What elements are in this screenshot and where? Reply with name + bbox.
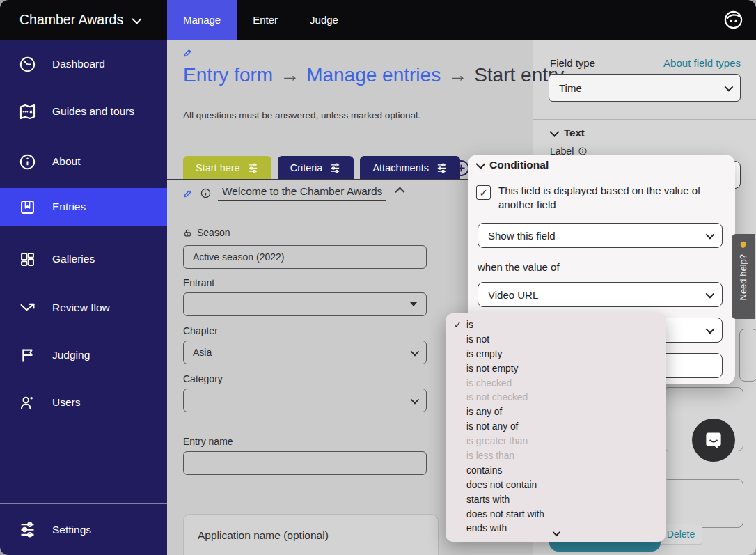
operator-option-is-not-empty[interactable]: is not empty [446, 361, 666, 376]
workspace-switcher[interactable]: Chamber Awards [19, 0, 139, 40]
tab-attachments[interactable]: Attachments [360, 156, 460, 180]
scroll-more-indicator[interactable] [446, 526, 666, 539]
tab-start-here[interactable]: Start here [183, 156, 271, 180]
breadcrumb-link-manage-entries[interactable]: Manage entries [306, 64, 441, 86]
operator-option-label: is greater than [466, 436, 528, 446]
sidebar-item-label: About [52, 155, 81, 168]
chevron-down-icon [706, 230, 715, 239]
tab-label: Attachments [372, 162, 429, 173]
sidebar-item-label: Dashboard [52, 58, 105, 70]
sidebar-item-entries[interactable]: Entries [0, 188, 167, 226]
field-type-select[interactable]: Time [549, 74, 741, 102]
about-field-types-link[interactable]: About field types [663, 57, 741, 69]
top-nav-enter[interactable]: Enter [237, 0, 294, 40]
delete-button[interactable]: Delete [659, 524, 702, 545]
breadcrumb-link-entry-form[interactable]: Entry form [183, 64, 273, 86]
operator-option-label: contains [466, 465, 502, 476]
operator-option-is-empty[interactable]: is empty [446, 347, 666, 361]
chapter-select[interactable]: Asia [183, 341, 427, 364]
operator-option-does-not-contain[interactable]: does not contain [446, 478, 666, 492]
entrant-combobox[interactable] [183, 292, 427, 316]
section-header: Welcome to the Chamber Awards [183, 185, 402, 201]
sidebar-item-dashboard[interactable]: Dashboard [0, 45, 167, 83]
top-nav-judge[interactable]: Judge [294, 0, 354, 40]
conditional-field-select[interactable]: Video URL [478, 282, 723, 307]
sidebar-item-settings[interactable]: Settings [0, 503, 167, 555]
sidebar-item-users[interactable]: Users [0, 384, 167, 421]
operator-option-label: starts with [466, 494, 510, 505]
app-window: Chamber Awards ManageEnterJudge Settings… [0, 0, 756, 555]
operator-option-label: is checked [466, 378, 512, 389]
operator-option-does-not-start-with[interactable]: does not start with [446, 507, 666, 522]
checkmark-icon: ✓ [479, 187, 488, 199]
operator-option-label: is less than [466, 451, 514, 461]
tab-label: Criteria [290, 162, 323, 173]
sidebar-item-label: Galleries [52, 253, 95, 265]
chevron-down-icon [475, 159, 485, 169]
top-bar: Chamber Awards ManageEnterJudge [0, 0, 756, 40]
grid-icon [18, 250, 37, 269]
sidebar: Settings DashboardGuides and toursAboutE… [0, 40, 167, 555]
conditional-checkbox-label: This field is displayed based on the val… [498, 184, 723, 212]
category-label: Category [183, 373, 223, 384]
chevron-down-icon [706, 325, 715, 334]
chevron-down-icon [411, 395, 420, 404]
chevron-down-icon [706, 289, 715, 298]
category-select[interactable] [183, 389, 427, 412]
conditional-action-select[interactable]: Show this field [478, 223, 723, 248]
sidebar-item-judging[interactable]: Judging [0, 336, 167, 374]
sliders-icon [329, 162, 341, 174]
checkmark-icon: ✓ [454, 320, 466, 330]
operator-option-label: is not checked [466, 392, 528, 402]
conditional-section-header[interactable]: Conditional [476, 159, 549, 171]
sidebar-item-review-flow[interactable]: Review flow [0, 289, 167, 327]
need-help-tab[interactable]: Need help? [732, 234, 755, 319]
breadcrumb-arrow: → [448, 64, 467, 86]
sliders-icon [18, 520, 37, 539]
page-title: Entry form→Manage entries→Start entry [183, 64, 564, 86]
operator-option-is[interactable]: ✓is [446, 318, 666, 332]
panel-box [663, 479, 743, 528]
entry-name-input[interactable] [183, 451, 427, 475]
operator-option-is-checked: is checked [446, 376, 666, 391]
operator-option-label: is not empty [466, 364, 518, 374]
sidebar-item-about[interactable]: About [0, 143, 167, 180]
entrant-label: Entrant [183, 277, 214, 288]
operator-option-starts-with[interactable]: starts with [446, 492, 666, 507]
operator-option-label: is [466, 320, 473, 330]
waving-hand-icon [738, 240, 748, 250]
section-title[interactable]: Welcome to the Chamber Awards [218, 185, 386, 201]
panel-divider [533, 119, 756, 120]
operator-option-is-not-any-of[interactable]: is not any of [446, 419, 666, 434]
operator-option-is-any-of[interactable]: is any of [446, 405, 666, 419]
entry-name-label: Entry name [183, 436, 233, 447]
gauge-icon [18, 55, 37, 74]
breadcrumb-arrow: → [280, 64, 299, 86]
operator-option-label: does not start with [466, 509, 544, 519]
operator-option-is-not[interactable]: is not [446, 332, 666, 347]
sliders-icon [247, 162, 259, 174]
edit-section-icon[interactable] [183, 188, 194, 198]
conditional-checkbox[interactable]: ✓ [476, 185, 491, 200]
sidebar-item-galleries[interactable]: Galleries [0, 240, 167, 278]
operator-option-is-less-than: is less than [446, 448, 666, 463]
form-note: All questions must be answered, unless m… [183, 110, 420, 120]
sidebar-item-guides-and-tours[interactable]: Guides and tours [0, 93, 167, 130]
application-name-card: Application name (optional) [183, 514, 439, 555]
sidebar-item-label: Entries [52, 201, 86, 213]
need-help-label: Need help? [738, 254, 748, 301]
operator-option-contains[interactable]: contains [446, 463, 666, 478]
edit-title-icon[interactable] [183, 47, 194, 58]
operator-dropdown-menu: ✓isis notis emptyis not emptyis checkedi… [446, 313, 666, 542]
operator-option-label: is not [466, 334, 489, 345]
flow-icon [18, 299, 37, 318]
account-avatar-icon[interactable] [723, 9, 744, 31]
top-nav-manage[interactable]: Manage [167, 0, 237, 40]
chat-launcher-icon[interactable] [692, 419, 735, 462]
application-name-label: Application name (optional) [198, 529, 329, 542]
info-icon [18, 153, 37, 171]
tab-criteria[interactable]: Criteria [278, 156, 354, 180]
bookmark-icon [18, 198, 37, 217]
operator-option-is-not-checked: is not checked [446, 390, 666, 405]
text-section-header[interactable]: Text [550, 127, 585, 139]
